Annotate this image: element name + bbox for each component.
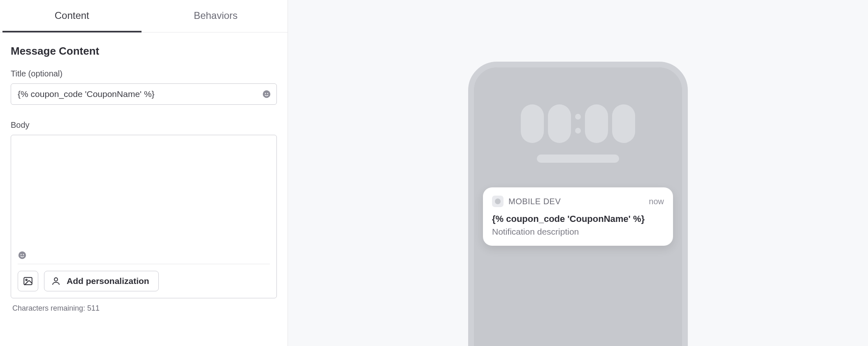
clock-digit	[585, 104, 608, 143]
tab-content[interactable]: Content	[0, 0, 144, 32]
section-title: Message Content	[11, 45, 277, 58]
notification-description: Notification description	[492, 227, 664, 237]
svg-point-1	[265, 93, 266, 94]
body-label: Body	[11, 120, 277, 130]
notification-card: MOBILE DEV now {% coupon_code 'CouponNam…	[483, 187, 673, 246]
notification-time: now	[649, 197, 664, 206]
notification-title: {% coupon_code 'CouponName' %}	[492, 214, 664, 224]
clock-digit	[521, 104, 544, 143]
svg-point-2	[267, 93, 268, 94]
clock-colon	[575, 114, 581, 134]
lockscreen-clock	[474, 67, 682, 143]
person-icon	[51, 276, 61, 286]
emoji-icon[interactable]	[262, 90, 271, 99]
clock-digit	[548, 104, 571, 143]
body-toolbar: Add personalization	[18, 264, 270, 298]
svg-point-8	[54, 278, 58, 281]
clock-digit	[612, 104, 635, 143]
svg-point-7	[26, 279, 27, 281]
title-input[interactable]	[11, 83, 277, 105]
add-personalization-label: Add personalization	[67, 276, 149, 286]
tabs: Content Behaviors	[0, 0, 288, 32]
body-box: Add personalization	[11, 135, 277, 298]
image-icon	[23, 276, 33, 286]
body-textarea[interactable]	[11, 135, 276, 249]
app-icon	[492, 196, 504, 207]
phone-frame: MOBILE DEV now {% coupon_code 'CouponNam…	[468, 62, 688, 346]
notification-header: MOBILE DEV now	[492, 196, 664, 207]
phone-screen: MOBILE DEV now {% coupon_code 'CouponNam…	[474, 67, 682, 346]
emoji-icon[interactable]	[18, 251, 270, 260]
title-input-wrap	[11, 83, 277, 105]
preview-panel: MOBILE DEV now {% coupon_code 'CouponNam…	[288, 0, 868, 346]
svg-point-3	[19, 251, 26, 259]
add-personalization-button[interactable]: Add personalization	[44, 271, 159, 291]
lockscreen-date	[537, 155, 619, 163]
svg-point-4	[21, 254, 22, 255]
add-image-button[interactable]	[18, 271, 38, 291]
editor-panel: Content Behaviors Message Content Title …	[0, 0, 288, 346]
tab-behaviors[interactable]: Behaviors	[144, 0, 288, 32]
panel-body: Message Content Title (optional) Body	[0, 32, 288, 313]
title-label: Title (optional)	[11, 69, 277, 78]
app-name: MOBILE DEV	[508, 197, 561, 206]
svg-point-0	[263, 90, 270, 98]
svg-point-5	[23, 254, 24, 255]
chars-remaining: Characters remaining: 511	[11, 298, 277, 313]
